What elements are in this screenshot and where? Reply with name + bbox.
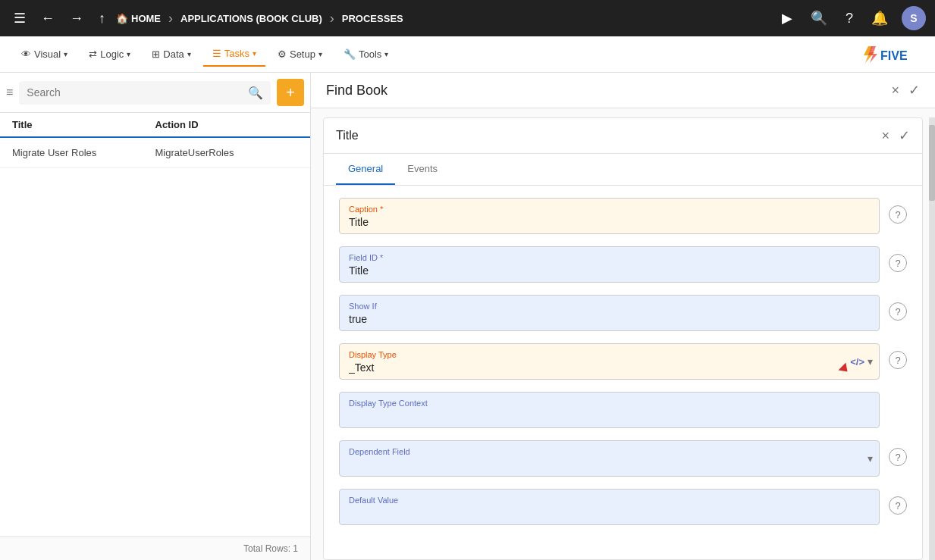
table-footer: Total Rows: 1 <box>0 537 310 560</box>
default-value-wrap: Default Value <box>339 489 880 525</box>
show-if-help-button[interactable]: ? <box>889 302 907 321</box>
display-type-context-label: Display Type Context <box>349 399 870 408</box>
find-book-title: Find Book <box>326 83 387 99</box>
tab-general-label: General <box>348 163 383 174</box>
menu-item-visual[interactable]: 👁 Visual ▾ <box>12 42 77 66</box>
hamburger-icon[interactable]: ☰ <box>9 7 30 30</box>
caption-label: Caption * <box>349 205 870 214</box>
scrollbar-track[interactable] <box>929 117 935 560</box>
display-type-context-container: Display Type Context <box>339 392 880 428</box>
show-if-field-row: Show If ? <box>339 295 907 331</box>
setup-arrow-icon: ▾ <box>318 50 322 58</box>
menu-bar: 👁 Visual ▾ ⇄ Logic ▾ ⊞ Data ▾ ☰ Tasks ▾ … <box>0 36 935 73</box>
play-icon[interactable]: ▶ <box>777 7 797 30</box>
caption-field-row: Caption * ? <box>339 198 907 234</box>
find-book-close-button[interactable]: × <box>891 82 899 99</box>
title-panel-check-button[interactable]: ✓ <box>899 127 910 144</box>
total-rows-label: Total Rows: 1 <box>243 543 298 554</box>
default-value-container: Default Value <box>339 489 880 525</box>
default-value-row: Default Value ? <box>339 489 907 525</box>
logic-icon: ⇄ <box>89 48 97 60</box>
arrow-indicator <box>839 363 852 376</box>
show-if-input[interactable] <box>349 313 870 325</box>
display-type-input[interactable] <box>349 361 833 374</box>
display-type-field-row: Display Type </> ▾ ? <box>339 343 907 380</box>
five-logo: FIVE <box>862 43 923 66</box>
setup-label: Setup <box>290 48 315 60</box>
table-row[interactable]: Migrate User Roles MigrateUserRoles <box>0 138 310 168</box>
title-panel-title: Title <box>336 129 359 142</box>
filter-icon[interactable]: ≡ <box>6 86 13 99</box>
notification-icon[interactable]: 🔔 <box>867 7 893 30</box>
display-type-container: Display Type </> ▾ <box>339 343 880 380</box>
tab-events[interactable]: Events <box>395 154 450 185</box>
default-value-label: Default Value <box>349 496 870 505</box>
caption-field-container: Caption * <box>339 198 880 234</box>
dependent-field-input[interactable] <box>349 458 849 471</box>
main-layout: ≡ 🔍 + Title Action ID Migrate User Roles… <box>0 73 935 560</box>
caption-help-button[interactable]: ? <box>889 205 907 224</box>
search-input[interactable] <box>27 86 242 99</box>
menu-item-setup[interactable]: ⚙ Setup ▾ <box>268 42 331 66</box>
visual-arrow-icon: ▾ <box>64 50 67 58</box>
menu-item-logic[interactable]: ⇄ Logic ▾ <box>80 42 140 66</box>
field-id-help-button[interactable]: ? <box>889 254 907 272</box>
breadcrumb-sep-2: › <box>328 11 336 27</box>
data-icon: ⊞ <box>152 48 160 60</box>
display-type-label: Display Type <box>349 350 833 359</box>
caption-input[interactable] <box>349 216 870 228</box>
add-button[interactable]: + <box>277 79 304 106</box>
dependent-field-container: Dependent Field ▾ <box>339 440 880 477</box>
dependent-field-dropdown-icon[interactable]: ▾ <box>868 452 873 465</box>
code-icon[interactable]: </> <box>850 356 864 368</box>
tasks-arrow-icon: ▾ <box>253 49 256 58</box>
show-if-label: Show If <box>349 302 870 311</box>
default-value-input[interactable] <box>349 507 870 519</box>
display-type-help-button[interactable]: ? <box>889 351 907 369</box>
app-breadcrumb[interactable]: APPLICATIONS (BOOK CLUB) <box>180 13 322 24</box>
up-icon[interactable]: ↑ <box>94 8 110 30</box>
help-nav-icon[interactable]: ? <box>841 8 858 30</box>
field-id-container: Field ID * <box>339 246 880 283</box>
tools-label: Tools <box>359 48 381 60</box>
title-panel-close-button[interactable]: × <box>881 127 890 144</box>
title-panel-actions: × ✓ <box>881 127 910 144</box>
form-content: Caption * ? Field ID * ? <box>324 186 922 559</box>
forward-icon[interactable]: → <box>65 8 88 30</box>
menu-item-tasks[interactable]: ☰ Tasks ▾ <box>203 42 265 67</box>
title-panel-header: Title × ✓ <box>324 118 922 154</box>
search-bar: ≡ 🔍 + <box>0 73 310 113</box>
scrollbar-thumb[interactable] <box>929 125 935 201</box>
dependent-field-label: Dependent Field <box>349 447 849 456</box>
menu-item-tools[interactable]: 🔧 Tools ▾ <box>334 42 397 66</box>
left-panel: ≡ 🔍 + Title Action ID Migrate User Roles… <box>0 73 311 560</box>
row-title: Migrate User Roles <box>12 147 155 158</box>
display-type-context-wrap: Display Type Context <box>339 392 880 428</box>
display-type-context-row: Display Type Context <box>339 392 907 428</box>
visual-label: Visual <box>34 48 61 60</box>
processes-breadcrumb[interactable]: PROCESSES <box>342 13 403 24</box>
find-book-actions: × ✓ <box>891 82 920 99</box>
logic-arrow-icon: ▾ <box>127 50 130 58</box>
home-nav[interactable]: 🏠 HOME <box>116 13 161 24</box>
find-book-check-button[interactable]: ✓ <box>908 82 920 99</box>
col-title-header: Title <box>12 119 155 130</box>
top-nav-right: ▶ 🔍 ? 🔔 S <box>777 6 926 30</box>
show-if-wrap: Show If <box>339 295 880 331</box>
dependent-field-wrap: Dependent Field ▾ <box>339 440 880 477</box>
avatar[interactable]: S <box>902 6 926 30</box>
dependent-field-help-button[interactable]: ? <box>889 448 907 466</box>
menu-item-data[interactable]: ⊞ Data ▾ <box>143 42 199 66</box>
default-value-help-button[interactable]: ? <box>889 496 907 515</box>
tab-general[interactable]: General <box>336 154 395 185</box>
display-type-context-input[interactable] <box>349 410 870 422</box>
search-nav-icon[interactable]: 🔍 <box>806 7 832 30</box>
display-type-wrap: Display Type </> ▾ <box>339 343 880 380</box>
field-id-wrap: Field ID * <box>339 246 880 283</box>
visual-icon: 👁 <box>21 48 31 60</box>
display-type-dropdown-icon[interactable]: ▾ <box>868 355 873 368</box>
field-id-input[interactable] <box>349 264 870 277</box>
show-if-container: Show If <box>339 295 880 331</box>
back-icon[interactable]: ← <box>36 8 59 30</box>
tasks-label: Tasks <box>224 48 249 59</box>
